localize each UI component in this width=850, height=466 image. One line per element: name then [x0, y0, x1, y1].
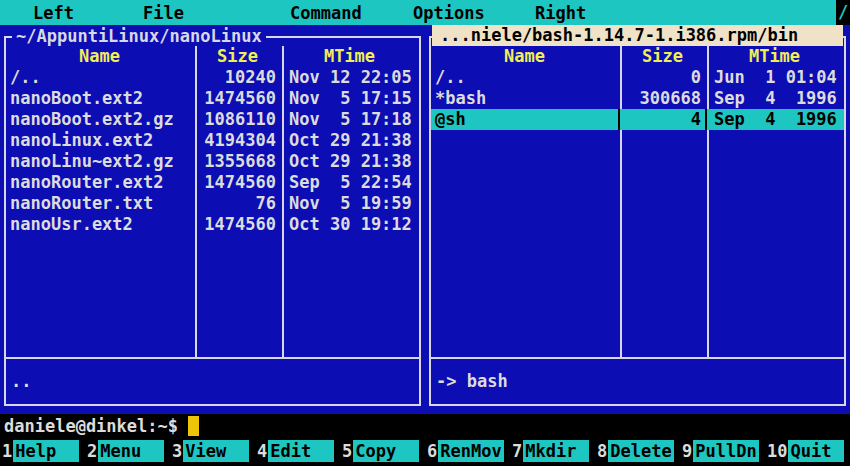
mc-screen: Left File Command Options Right / ~/Appu… [0, 0, 850, 466]
left-panel: ~/AppuntiLinux/nanoLinux Name Size MTime… [0, 25, 425, 414]
file-name: /.. [6, 67, 195, 88]
fkey-quit[interactable]: 10Quit [765, 440, 850, 462]
right-mini-status: -> bash [436, 371, 508, 392]
file-row[interactable]: nanoBoot.ext2.gz1086110Nov 5 17:18 [6, 109, 419, 130]
file-row[interactable]: nanoUsr.ext21474560Oct 30 19:12 [6, 214, 419, 235]
file-name: nanoLinux.ext2 [6, 130, 195, 151]
file-mtime: Sep 5 22:54 [282, 172, 419, 193]
fkey-number: 2 [85, 440, 98, 462]
file-size: 1474560 [195, 214, 282, 235]
corner-slash-glyph: / [836, 0, 850, 25]
right-panel-title[interactable]: ...niele/bash-1.14.7-1.i386.rpm/bin [432, 25, 843, 46]
fkey-view[interactable]: 3View [170, 440, 255, 462]
file-size: 0 [620, 67, 707, 88]
fkey-delete[interactable]: 8Delete [595, 440, 680, 462]
fkey-number: 9 [680, 440, 693, 462]
file-row[interactable]: nanoLinu~ext2.gz1355668Oct 29 21:38 [6, 151, 419, 172]
fkey-menu[interactable]: 2Menu [85, 440, 170, 462]
menu-command[interactable]: Command [290, 1, 362, 25]
fkey-label: Copy [353, 440, 419, 462]
file-name: nanoLinu~ext2.gz [6, 151, 195, 172]
column-header-size: Size [195, 46, 282, 67]
column-header-name: Name [431, 46, 620, 67]
file-name: nanoRouter.ext2 [6, 172, 195, 193]
status-divider [429, 357, 846, 359]
file-size: 1086110 [195, 109, 282, 130]
text-cursor [188, 416, 199, 436]
fkey-label: Help [13, 440, 79, 462]
fkey-label: Edit [268, 440, 334, 462]
fkey-help[interactable]: 1Help [0, 440, 85, 462]
command-line[interactable]: daniele@dinkel:~$ [0, 414, 850, 438]
menu-file[interactable]: File [143, 1, 184, 25]
file-row[interactable]: *bash300668Sep 4 1996 [431, 88, 844, 109]
shell-prompt: daniele@dinkel:~$ [0, 415, 178, 438]
column-header-mtime: MTime [282, 46, 419, 67]
file-size: 10240 [195, 67, 282, 88]
menu-right[interactable]: Right [535, 1, 586, 25]
file-mtime: Nov 5 17:15 [282, 88, 419, 109]
panels-area: ~/AppuntiLinux/nanoLinux Name Size MTime… [0, 25, 850, 414]
file-size: 76 [195, 193, 282, 214]
file-size: 300668 [620, 88, 707, 109]
left-panel-title[interactable]: ~/AppuntiLinux/nanoLinux [12, 26, 266, 46]
file-row[interactable]: /..10240Nov 12 22:05 [6, 67, 419, 88]
file-size: 1355668 [195, 151, 282, 172]
file-name: nanoRouter.txt [6, 193, 195, 214]
fkey-label: PullDn [693, 440, 759, 462]
fkey-label: Delete [608, 440, 674, 462]
fkey-number: 7 [510, 440, 523, 462]
menu-left[interactable]: Left [33, 1, 74, 25]
file-mtime: Oct 29 21:38 [282, 130, 419, 151]
fkey-number: 8 [595, 440, 608, 462]
fkey-pulldn[interactable]: 9PullDn [680, 440, 765, 462]
fkey-renmov[interactable]: 6RenMov [425, 440, 510, 462]
column-headers: Name Size MTime [6, 46, 419, 67]
fkey-number: 3 [170, 440, 183, 462]
file-mtime: Nov 5 17:18 [282, 109, 419, 130]
fkey-label: Menu [98, 440, 164, 462]
status-divider [4, 357, 421, 359]
file-mtime: Sep 4 1996 [707, 88, 844, 109]
fkey-edit[interactable]: 4Edit [255, 440, 340, 462]
menu-bar: Left File Command Options Right / [0, 0, 850, 25]
file-size: 4194304 [195, 130, 282, 151]
left-file-list: Name Size MTime /..10240Nov 12 22:05nano… [6, 46, 419, 235]
right-file-list: Name Size MTime /..0Jun 1 01:04*bash3006… [431, 46, 844, 130]
fkey-label: View [183, 440, 249, 462]
file-row[interactable]: nanoRouter.txt76Nov 5 19:59 [6, 193, 419, 214]
file-name: nanoUsr.ext2 [6, 214, 195, 235]
file-row[interactable]: nanoRouter.ext21474560Sep 5 22:54 [6, 172, 419, 193]
file-row[interactable]: /..0Jun 1 01:04 [431, 67, 844, 88]
fkey-label: RenMov [438, 440, 504, 462]
file-size: 1474560 [195, 172, 282, 193]
fkey-label: Quit [788, 440, 844, 462]
file-name: @sh [431, 109, 620, 130]
file-row[interactable]: nanoLinux.ext24194304Oct 29 21:38 [6, 130, 419, 151]
menu-options[interactable]: Options [413, 1, 485, 25]
fkey-copy[interactable]: 5Copy [340, 440, 425, 462]
fkey-number: 1 [0, 440, 13, 462]
file-mtime: Nov 5 19:59 [282, 193, 419, 214]
file-size: 1474560 [195, 88, 282, 109]
file-mtime: Jun 1 01:04 [707, 67, 844, 88]
file-name: *bash [431, 88, 620, 109]
file-name: nanoBoot.ext2.gz [6, 109, 195, 130]
file-rows: /..0Jun 1 01:04*bash300668Sep 4 1996@sh4… [431, 67, 844, 130]
fkey-number: 4 [255, 440, 268, 462]
fkey-mkdir[interactable]: 7Mkdir [510, 440, 595, 462]
function-key-bar: 1Help2Menu3View4Edit5Copy6RenMov7Mkdir8D… [0, 440, 850, 462]
file-row[interactable]: nanoBoot.ext21474560Nov 5 17:15 [6, 88, 419, 109]
column-header-mtime: MTime [707, 46, 844, 67]
left-mini-status: .. [11, 371, 31, 392]
file-size: 4 [620, 109, 707, 130]
file-name: /.. [431, 67, 620, 88]
fkey-label: Mkdir [523, 440, 589, 462]
file-mtime: Sep 4 1996 [707, 109, 844, 130]
file-row-selected[interactable]: @sh4Sep 4 1996 [431, 109, 844, 130]
column-header-size: Size [620, 46, 707, 67]
file-name: nanoBoot.ext2 [6, 88, 195, 109]
file-mtime: Oct 29 21:38 [282, 151, 419, 172]
column-headers: Name Size MTime [431, 46, 844, 67]
fkey-number: 6 [425, 440, 438, 462]
